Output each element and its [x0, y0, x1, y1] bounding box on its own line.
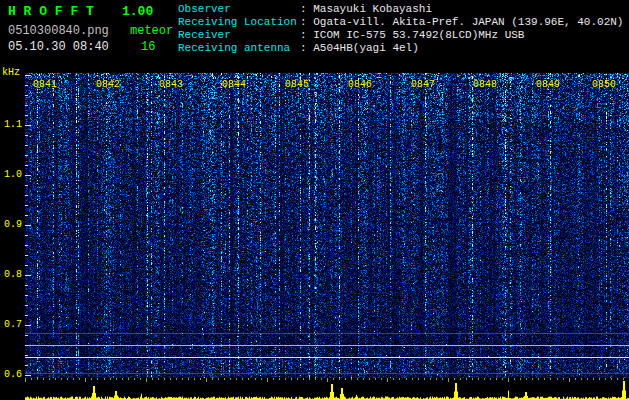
time-label: 0848 — [473, 79, 497, 90]
info-value: : Masayuki Kobayashi — [300, 3, 432, 16]
freq-label: 1.0 — [0, 169, 22, 180]
time-label: 0844 — [222, 79, 246, 90]
observer-info: Observer : Masayuki Kobayashi Receiving … — [178, 3, 623, 55]
signal-meter-canvas — [25, 378, 629, 400]
freq-label: 0.7 — [0, 319, 22, 330]
count-label: 16 — [141, 40, 155, 54]
app-title: H R O F F T — [8, 4, 122, 19]
mode-label: meteor — [130, 24, 173, 38]
info-label: Receiving Location — [178, 16, 300, 29]
spectrogram-canvas — [25, 73, 629, 378]
info-value: : ICOM IC-575 53.7492(8LCD)MHz USB — [300, 29, 524, 42]
time-label: 0841 — [33, 79, 57, 90]
app-header: H R O F F T 1.00 — [8, 4, 153, 19]
info-row: Observer : Masayuki Kobayashi — [178, 3, 623, 16]
info-value: : A504HB(yagi 4el) — [300, 42, 419, 55]
time-label: 0846 — [348, 79, 372, 90]
time-label: 0850 — [592, 79, 616, 90]
datetime-label: 05.10.30 08:40 — [8, 40, 141, 54]
freq-label: 1.1 — [0, 119, 22, 130]
time-label: 0849 — [536, 79, 560, 90]
info-row: Receiver : ICOM IC-575 53.7492(8LCD)MHz … — [178, 29, 623, 42]
time-label: 0842 — [96, 79, 120, 90]
version-label: 1.00 — [122, 4, 153, 19]
hrofft-window: H R O F F T 1.00 0510300840.png meteor 0… — [0, 0, 629, 400]
file-row: 0510300840.png meteor — [8, 24, 173, 38]
time-label: 0847 — [411, 79, 435, 90]
freq-label: 0.6 — [0, 369, 22, 380]
info-row: Receiving Location : Ogata-vill. Akita-P… — [178, 16, 623, 29]
info-value: : Ogata-vill. Akita-Pref. JAPAN (139.96E… — [300, 16, 623, 29]
info-label: Observer — [178, 3, 300, 16]
info-label: Receiving antenna — [178, 42, 300, 55]
time-label: 0845 — [285, 79, 309, 90]
freq-axis-unit: kHz — [2, 67, 20, 78]
info-label: Receiver — [178, 29, 300, 42]
filename-label: 0510300840.png — [8, 24, 130, 38]
date-row: 05.10.30 08:40 16 — [8, 40, 155, 54]
info-row: Receiving antenna : A504HB(yagi 4el) — [178, 42, 623, 55]
freq-label: 0.9 — [0, 219, 22, 230]
freq-label: 0.8 — [0, 269, 22, 280]
time-label: 0843 — [159, 79, 183, 90]
